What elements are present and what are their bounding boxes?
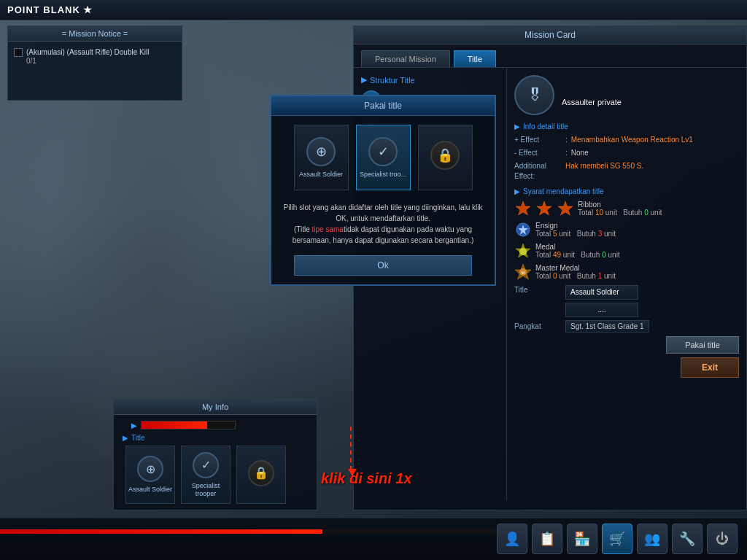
- dialog-text-line3: (Title tipe samatidak dapat digunakan pa…: [280, 224, 486, 235]
- ribbon-row: Ribbon Total 10 unit Butuh 0 unit: [514, 200, 739, 217]
- tree-arrow-icon: ▶: [361, 75, 367, 85]
- medal-butuh: 0: [602, 251, 606, 259]
- ensign-butuh: 3: [598, 230, 603, 238]
- dialog-assault-name: Assault Soldier: [299, 171, 343, 179]
- title-slot-specialist[interactable]: ✓ Specialist trooper: [181, 446, 231, 504]
- tab-personal-mission[interactable]: Personal Mission: [361, 50, 450, 67]
- ribbon-butuh: 0: [644, 209, 649, 217]
- pakai-title-button[interactable]: Pakai title: [666, 336, 739, 354]
- dots-spacer: [514, 303, 565, 317]
- svg-point-7: [519, 248, 527, 255]
- title-detail-panel: 🎖 Assaulter private ▶ Info detail title …: [507, 68, 746, 500]
- mission-notice-header: = Mission Notice =: [8, 26, 182, 42]
- pangkat-label: Pangkat: [514, 322, 565, 330]
- ensign-row: Ensign Total 5 unit Butuh 3 unit: [514, 221, 739, 238]
- pakai-ok-button[interactable]: Ok: [294, 255, 473, 276]
- assault-soldier-slot-name: Assault Soldier: [128, 486, 172, 494]
- dots-field-value: ....: [565, 303, 638, 317]
- title-section-text: Title: [131, 434, 145, 442]
- master-medal-label: Master Medal: [535, 264, 616, 272]
- specialist-trooper-slot-icon: ✓: [193, 452, 219, 478]
- title-slot-assault[interactable]: ⊕ Assault Soldier: [125, 446, 175, 504]
- title-arrow-icon: ▶: [123, 434, 128, 442]
- cart-bottom-icon[interactable]: 🛒: [602, 524, 632, 554]
- shop-bottom-icon[interactable]: 🏪: [567, 524, 597, 554]
- plus-effect-label: + Effect: [514, 135, 565, 145]
- mission-notice-content: (Akumulasi) (Assault Rifle) Double Kill …: [8, 42, 182, 100]
- friends-bottom-icon[interactable]: 👥: [637, 524, 667, 554]
- mission-item: (Akumulasi) (Assault Rifle) Double Kill …: [14, 47, 176, 65]
- medal-icon: [514, 242, 532, 260]
- dialog-locked-icon: 🔒: [430, 141, 460, 170]
- title-field-value: Assault Soldier: [565, 285, 638, 300]
- additional-label: Additional Effect:: [514, 161, 565, 182]
- syarat-section: ▶ Syarat mendapatkan title: [514, 187, 739, 378]
- app-logo: POINT BLANK ★: [0, 4, 100, 15]
- master-medal-icon: M: [514, 263, 532, 281]
- text-highlight: tipe sama: [312, 225, 344, 233]
- missions-bottom-icon[interactable]: 📋: [532, 524, 562, 554]
- hp-bar: [141, 421, 236, 429]
- pakai-dialog-header: Pakai title: [271, 96, 495, 116]
- dialog-specialist-name: Specialist troo...: [360, 171, 406, 179]
- dialog-assault-icon: ⊕: [306, 137, 336, 166]
- master-medal-info: Master Medal Total 0 unit Butuh 1 unit: [535, 264, 616, 280]
- medal-row: Medal Total 49 unit Butuh 0 unit: [514, 242, 739, 260]
- title-field-row: Title Assault Soldier: [514, 285, 739, 300]
- dialog-text-line4: bersamaan, hanya dapat digunakan secara …: [280, 235, 486, 246]
- colon1: :: [565, 135, 568, 145]
- master-medal-row: M Master Medal Total 0 unit Butuh 1 unit: [514, 263, 739, 281]
- svg-marker-3: [558, 201, 573, 215]
- info-detail-header: ▶ Info detail title: [514, 122, 739, 131]
- hp-arrow-icon: ▶: [131, 421, 137, 429]
- tab-title[interactable]: Title: [454, 50, 496, 67]
- bottom-hp-bar: [0, 529, 496, 534]
- power-bottom-icon[interactable]: ⏻: [707, 524, 738, 554]
- master-total: 0: [553, 272, 557, 280]
- ribbon-medal-icon2: [535, 200, 553, 217]
- master-butuh: 1: [598, 272, 603, 280]
- dialog-slot-assault[interactable]: ⊕ Assault Soldier: [294, 125, 349, 190]
- medal-label: Medal: [535, 243, 620, 251]
- hp-fill: [142, 421, 207, 429]
- bottom-hp-fill: [0, 529, 322, 534]
- character-bottom-icon[interactable]: 👤: [497, 524, 527, 554]
- assault-soldier-slot-icon: ⊕: [137, 456, 163, 482]
- dialog-text-line2: OK, untuk mendaftarkan title.: [280, 213, 486, 224]
- ribbon-info: Ribbon Total 10 unit Butuh 0 unit: [578, 201, 662, 217]
- medal-info: Medal Total 49 unit Butuh 0 unit: [535, 243, 620, 259]
- mission-card-header: Mission Card: [354, 26, 746, 44]
- info-detail-header-label: Info detail title: [523, 122, 568, 131]
- bottom-bar: 👤 📋 🏪 🛒 👥 🔧 ⏻: [0, 518, 747, 560]
- plus-effect-value: Menambahkan Weapon Reaction Lv1: [571, 135, 693, 145]
- ribbon-count: Total 10 unit Butuh 0 unit: [578, 209, 662, 217]
- my-info-header: My Info: [114, 400, 317, 415]
- svg-marker-2: [537, 201, 551, 215]
- mission-notice-panel: = Mission Notice = (Akumulasi) (Assault …: [7, 26, 182, 101]
- dialog-specialist-icon: ✓: [368, 137, 398, 166]
- title-slot-locked[interactable]: 🔒: [236, 446, 286, 504]
- mission-checkbox[interactable]: [14, 48, 23, 57]
- bottom-icons: 👤 📋 🏪 🛒 👥 🔧 ⏻: [495, 524, 740, 554]
- medal-count: Total 49 unit Butuh 0 unit: [535, 251, 620, 259]
- title-section: ▶ Title ⊕ Assault Soldier ✓ Specialist t…: [120, 434, 311, 504]
- settings-bottom-icon[interactable]: 🔧: [672, 524, 703, 554]
- dialog-slot-locked[interactable]: 🔒: [418, 125, 473, 190]
- assaulter-title-name: Assaulter private: [562, 85, 622, 106]
- svg-marker-0: [516, 201, 530, 215]
- locked-slot-icon: 🔒: [248, 460, 274, 486]
- syarat-header: ▶ Syarat mendapatkan title: [514, 187, 739, 195]
- exit-button[interactable]: Exit: [681, 357, 739, 378]
- ensign-info: Ensign Total 5 unit Butuh 3 unit: [535, 222, 616, 238]
- ribbon-label: Ribbon: [578, 201, 662, 209]
- ribbon-medal-icon3: [557, 200, 574, 217]
- pakai-title-dialog: Pakai title ⊕ Assault Soldier ✓ Speciali…: [270, 95, 496, 286]
- master-medal-count: Total 0 unit Butuh 1 unit: [535, 272, 616, 280]
- pakai-dialog-text: Pilih slot yang akan didaftar oleh title…: [271, 196, 495, 252]
- mission-text: (Akumulasi) (Assault Rifle) Double Kill: [26, 47, 149, 57]
- dots-field-row: ....: [514, 303, 739, 317]
- dialog-slot-specialist[interactable]: ✓ Specialist troo...: [356, 125, 411, 190]
- minus-effect-row: - Effect : None: [514, 148, 739, 158]
- svg-text:M: M: [522, 271, 525, 275]
- ensign-label: Ensign: [535, 222, 616, 230]
